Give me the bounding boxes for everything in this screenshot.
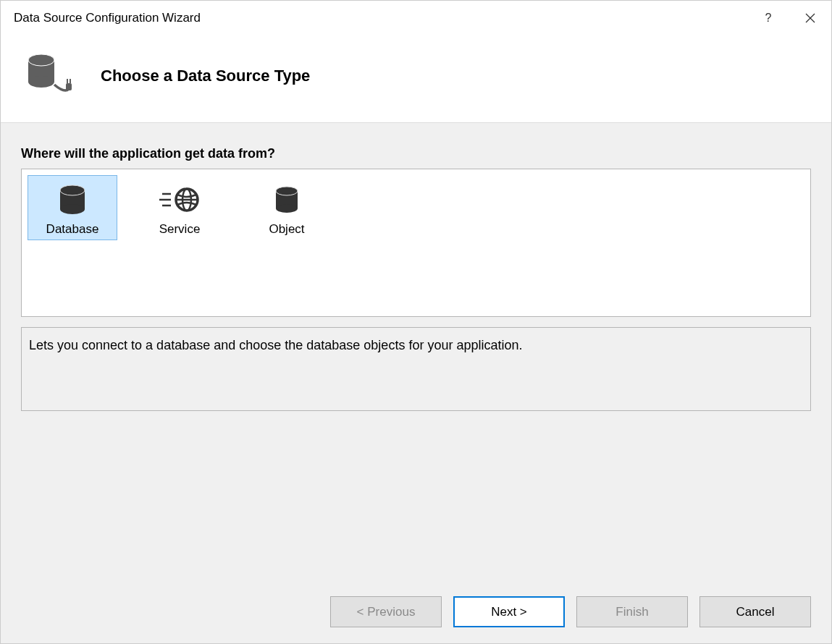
service-icon [159, 182, 200, 218]
wizard-body: Where will the application get data from… [1, 123, 831, 583]
option-database-label: Database [46, 222, 99, 237]
svg-rect-6 [66, 83, 72, 90]
wizard-header: Choose a Data Source Type [1, 35, 831, 123]
database-icon [58, 182, 87, 218]
option-description: Lets you connect to a database and choos… [21, 327, 811, 411]
option-object-label: Object [269, 222, 304, 237]
svg-point-11 [60, 204, 85, 214]
help-button[interactable]: ? [747, 1, 789, 35]
wizard-footer: < Previous Next > Finish Cancel [1, 583, 831, 643]
window-controls: ? [747, 1, 831, 35]
option-database[interactable]: Database [28, 175, 117, 240]
option-object[interactable]: Object [242, 175, 332, 240]
prompt-text: Where will the application get data from… [21, 146, 811, 161]
option-list: Database Service [21, 169, 811, 317]
svg-point-21 [276, 204, 298, 213]
close-button[interactable] [789, 1, 831, 35]
option-service[interactable]: Service [135, 175, 224, 240]
svg-point-4 [28, 76, 54, 88]
next-button[interactable]: Next > [453, 596, 565, 627]
cancel-button[interactable]: Cancel [699, 596, 811, 627]
option-service-label: Service [159, 222, 201, 237]
wizard-icon [24, 50, 76, 102]
close-icon [805, 13, 815, 23]
previous-button: < Previous [330, 596, 442, 627]
finish-button: Finish [576, 596, 688, 627]
titlebar: Data Source Configuration Wizard ? [1, 1, 831, 35]
database-plug-icon [24, 53, 76, 99]
window-title: Data Source Configuration Wizard [14, 11, 747, 25]
object-icon [274, 182, 300, 218]
wizard-heading: Choose a Data Source Type [101, 67, 310, 85]
